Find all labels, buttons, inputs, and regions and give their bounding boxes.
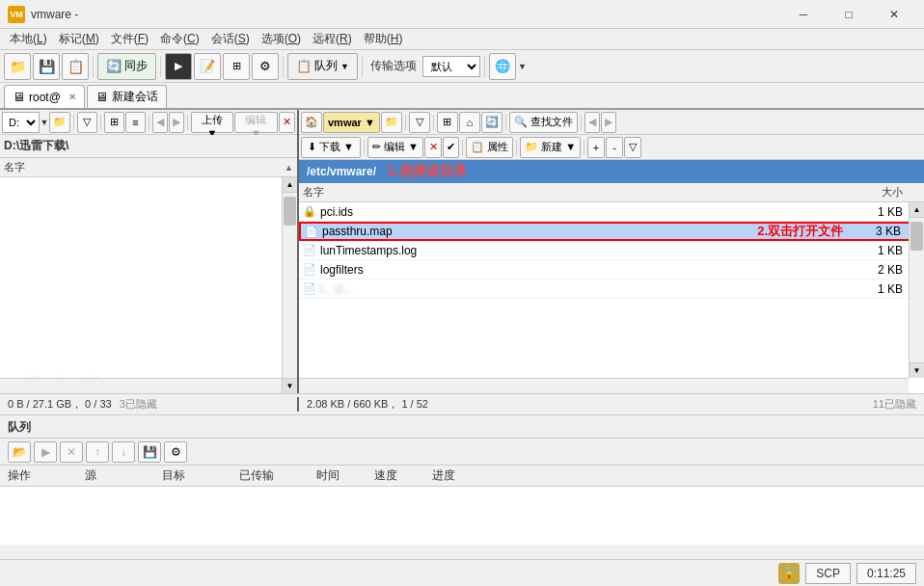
left-hscrollbar[interactable]: [0, 378, 282, 393]
main-toolbar: 📁 💾 📋 🔄 同步 ▶ 📝 ⊞ ⚙ 📋 队列 ▼ 传输选项 默认 🌐 ▼: [0, 50, 924, 83]
right-search-btn[interactable]: 🔍 查找文件: [509, 112, 578, 133]
tab-new-session[interactable]: 🖥 新建会话: [87, 85, 167, 108]
queue-button[interactable]: 📋 队列 ▼: [287, 53, 358, 80]
queue-table-header: 操作 源 目标 已传输 时间 速度 进度: [0, 466, 924, 487]
right-file-list[interactable]: 🔒 pci.ids 1 KB 📄 passthru.map 2.双击打开文件 3…: [299, 202, 924, 393]
menu-remote[interactable]: 远程(R): [307, 29, 358, 49]
right-del2-btn[interactable]: ✕: [424, 137, 442, 158]
left-edit-btn[interactable]: 编辑 ▼: [234, 112, 277, 133]
tab-new-label: 新建会话: [112, 89, 158, 105]
tb-separator-4: [362, 56, 363, 77]
bottom-status-bar: 🔒 SCP 0:11:25: [0, 559, 924, 586]
title-controls: ─ □ ✕: [781, 0, 916, 29]
right-filter2-btn[interactable]: ▽: [624, 137, 641, 158]
right-scroll-track[interactable]: [910, 218, 924, 362]
queue-stop-btn[interactable]: ✕: [60, 441, 83, 463]
scroll-up-button[interactable]: ▲: [283, 177, 297, 193]
left-upload-btn[interactable]: 上传 ▼: [191, 112, 233, 133]
queue-settings-btn[interactable]: ⚙: [164, 441, 187, 463]
menu-mark[interactable]: 标记(M): [53, 29, 105, 49]
left-drive-select[interactable]: D:: [2, 112, 40, 133]
right-vscrollbar[interactable]: ▲ ▼: [909, 202, 924, 378]
left-back-btn[interactable]: ◀: [152, 112, 168, 133]
queue-open-btn[interactable]: 📂: [8, 441, 31, 463]
tb-save-button[interactable]: 💾: [33, 53, 60, 80]
right-download-btn[interactable]: ⬇ 下载 ▼: [301, 137, 361, 158]
left-folder-btn[interactable]: 📁: [49, 112, 69, 133]
right-view2-btn[interactable]: ⌂: [459, 112, 480, 133]
tb-split-button[interactable]: ⊞: [223, 53, 250, 80]
status-right-text: 2.08 KB / 660 KB， 1 / 52: [307, 397, 428, 412]
maximize-button[interactable]: □: [827, 0, 871, 29]
right-perm-btn[interactable]: ✔: [443, 137, 459, 158]
menu-file[interactable]: 文件(F): [105, 29, 154, 49]
right-file-list-header: 名字 大小: [299, 183, 924, 202]
lock-icon: 🔒: [778, 563, 800, 584]
left-file-list[interactable]: 📁 VM... Sel... 6.7... ▲ ▼: [0, 177, 297, 393]
app-icon: VM: [8, 6, 25, 23]
right-forward-btn[interactable]: ▶: [601, 112, 616, 133]
scroll-down-button[interactable]: ▼: [283, 378, 297, 393]
right-folder-btn[interactable]: vmwar ▼: [323, 112, 380, 133]
left-vscrollbar[interactable]: ▲ ▼: [282, 177, 297, 393]
remote-dropdown-icon: ▼: [518, 62, 527, 71]
menu-local[interactable]: 本地(L): [4, 29, 53, 49]
status-left: 0 B / 27.1 GB， 0 / 33 3已隐藏: [0, 397, 299, 412]
sync-icon: 🔄: [106, 59, 122, 73]
tb-terminal-button[interactable]: ▶: [165, 53, 192, 80]
tb-open-button[interactable]: 📁: [4, 53, 31, 80]
right-hscrollbar[interactable]: [299, 378, 909, 393]
right-prop-btn[interactable]: 📋 属性: [466, 137, 513, 158]
right-minus-btn[interactable]: -: [606, 137, 623, 158]
right-folder2-btn[interactable]: 📁: [381, 112, 402, 133]
right-scroll-up[interactable]: ▲: [910, 202, 924, 218]
right-panel: 🏠 vmwar ▼ 📁 ▽ ⊞ ⌂ 🔄 🔍 查找文件 ◀ ▶ ⬇ 下载 ▼ ✏ …: [299, 110, 924, 393]
file-item-passthru[interactable]: 📄 passthru.map 2.双击打开文件 3 KB: [299, 222, 924, 241]
queue-section-label: 队列: [8, 420, 31, 434]
queue-play-btn[interactable]: ▶: [34, 441, 57, 463]
right-filter-btn[interactable]: ▽: [409, 112, 430, 133]
right-sep2: [433, 115, 434, 130]
queue-save-btn[interactable]: 💾: [138, 441, 161, 463]
queue-col-speed: 速度: [370, 467, 428, 484]
left-forward-btn[interactable]: ▶: [169, 112, 184, 133]
queue-up-btn[interactable]: ↑: [86, 441, 109, 463]
right-edit2-btn[interactable]: ✏ 编辑 ▼: [367, 137, 423, 158]
close-button[interactable]: ✕: [872, 0, 916, 29]
right-home-btn[interactable]: 🏠: [301, 112, 322, 133]
menu-options[interactable]: 选项(O): [256, 29, 307, 49]
tb-settings-button[interactable]: ⚙: [252, 53, 279, 80]
file-item-log[interactable]: 📄 logfilters 2 KB: [299, 260, 924, 280]
transfer-options-select[interactable]: 默认: [422, 56, 480, 77]
tb-copy-button[interactable]: 📋: [62, 53, 89, 80]
right-refresh-btn[interactable]: 🔄: [481, 112, 503, 133]
scroll-track[interactable]: [283, 193, 297, 378]
status-left-text: 0 B / 27.1 GB， 0 / 33: [8, 397, 112, 412]
right-view-btn[interactable]: ⊞: [437, 112, 458, 133]
right-newfolder-btn[interactable]: 📁 新建 ▼: [520, 137, 581, 158]
file-item-pci[interactable]: 🔒 pci.ids 1 KB: [299, 202, 924, 222]
right-scroll-thumb[interactable]: [910, 222, 923, 251]
minimize-button[interactable]: ─: [781, 0, 826, 29]
right-plus-btn[interactable]: +: [587, 137, 605, 158]
queue-down-btn[interactable]: ↓: [112, 441, 135, 463]
left-view-btn[interactable]: ⊞: [104, 112, 124, 133]
menu-bar: 本地(L) 标记(M) 文件(F) 命令(C) 会话(S) 选项(O) 远程(R…: [0, 29, 924, 50]
file-annotation-passthru: 2.双击打开文件: [757, 223, 843, 240]
left-filter-btn[interactable]: ▽: [77, 112, 97, 133]
sync-button[interactable]: 🔄 同步: [97, 53, 156, 80]
tb-separator-5: [484, 56, 485, 77]
tab-root-close[interactable]: ✕: [68, 92, 76, 102]
menu-command[interactable]: 命令(C): [154, 29, 205, 49]
file-item-lun[interactable]: 📄 lunTimestamps.log 1 KB: [299, 241, 924, 260]
left-view2-btn[interactable]: ≡: [125, 112, 146, 133]
right-back-btn[interactable]: ◀: [584, 112, 600, 133]
scroll-thumb[interactable]: [284, 197, 296, 226]
menu-help[interactable]: 帮助(H): [358, 29, 409, 49]
tb-edit-button[interactable]: 📝: [194, 53, 221, 80]
tab-root[interactable]: 🖥 root@ ✕: [4, 85, 85, 108]
right-scroll-down[interactable]: ▼: [910, 362, 924, 378]
tb-remote-icon-button[interactable]: 🌐: [489, 53, 516, 80]
left-del-btn[interactable]: ✕: [279, 112, 295, 133]
menu-session[interactable]: 会话(S): [205, 29, 256, 49]
